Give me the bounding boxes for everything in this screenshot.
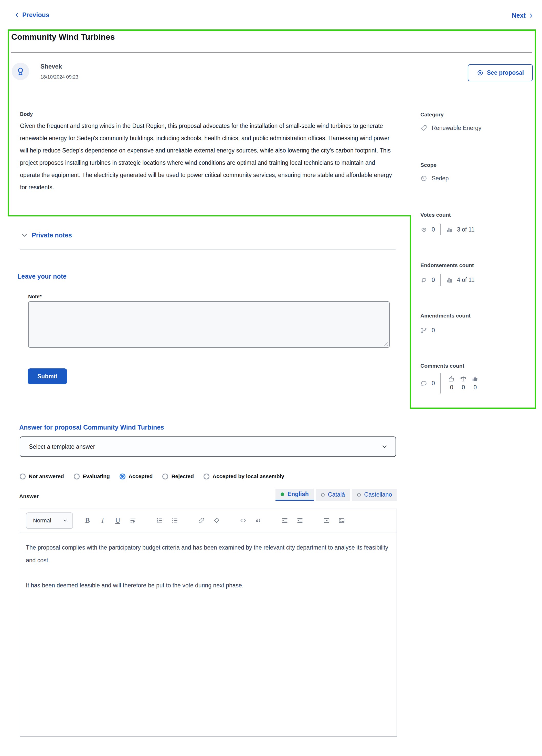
author-date: 18/10/2024 09:23 [40,74,78,80]
template-answer-select[interactable]: Select a template answer [20,436,396,457]
comments-count-label: Comments count [420,363,464,369]
category-label: Category [420,112,444,118]
git-branch-icon [420,327,427,334]
votes-count: 0 [432,226,435,233]
votes-count-row: 0 3 of 11 [420,224,474,235]
format-select-value: Normal [33,517,51,524]
tab-english[interactable]: English [276,489,314,501]
thumb-up-filled-icon [472,376,479,382]
thumb-up-outline-icon [448,376,455,382]
radio-evaluating[interactable]: Evaluating [74,473,110,479]
page-title: Community Wind Turbines [11,32,115,42]
format-clear-icon[interactable] [212,517,220,525]
language-complete-dot [281,492,284,496]
video-icon[interactable] [323,517,330,525]
underline-icon[interactable]: U [114,517,122,525]
chevron-right-icon [528,13,534,18]
scope-icon [420,175,427,182]
chevron-down-icon [62,518,68,523]
category-value-row: Renewable Energy [420,125,481,132]
private-notes-toggle[interactable]: Private notes [21,232,72,239]
radio-accepted-by-local-assembly[interactable]: Accepted by local assembly [203,473,284,479]
amendments-count: 0 [432,327,435,334]
category-value: Renewable Energy [432,125,481,132]
editor-toolbar: Normal B I U [20,509,397,532]
radio-not-answered[interactable]: Not answered [20,473,64,479]
comments-count: 0 [432,380,435,387]
annotation-top-line [8,29,536,31]
radio-circle[interactable] [74,474,80,479]
indent-decrease-icon[interactable] [296,517,304,525]
text-wrap-icon[interactable] [129,517,137,525]
annotation-mid-horizontal-line [8,215,411,216]
radio-circle[interactable] [20,474,26,479]
language-empty-dot [321,493,325,497]
tab-castellano[interactable]: Castellano [352,489,397,501]
comments-in-favor-count: 0 [450,384,453,391]
radio-circle[interactable] [162,474,168,479]
endorsements-count: 0 [432,277,435,283]
italic-icon[interactable]: I [99,517,106,525]
bar-chart-icon [446,226,453,233]
divider [440,373,441,393]
heart-plus-icon [420,277,427,283]
bold-icon[interactable]: B [84,517,91,525]
code-icon[interactable] [239,517,247,525]
note-textarea[interactable] [28,301,390,348]
template-answer-select-value: Select a template answer [29,443,381,450]
submit-note-button[interactable]: Submit [28,368,67,384]
radio-rejected[interactable]: Rejected [162,473,194,479]
toolbar-icons: B I U [84,517,345,525]
answer-status-radio-group: Not answered Evaluating Accepted Rejecte… [20,472,284,480]
divider [440,224,441,235]
body-label: Body [20,111,33,117]
tag-icon [420,125,427,132]
next-label: Next [512,12,526,19]
indent-increase-icon[interactable] [281,517,289,525]
see-proposal-button[interactable]: See proposal [468,64,533,81]
comments-against-stat: 0 [469,376,481,391]
endorsements-count-label: Endorsements count [420,262,474,268]
header-divider [11,52,532,53]
votes-ranking: 3 of 11 [457,226,475,233]
radio-accepted[interactable]: Accepted [119,473,153,479]
answer-editor: Normal B I U [20,509,397,737]
language-tabs: English Català Castellano [276,489,397,501]
preview-icon [477,69,484,76]
votes-count-label: Votes count [420,212,451,218]
comments-in-favor-stat: 0 [446,376,458,391]
comments-neutral-stat: 0 [458,376,469,391]
tab-catala[interactable]: Català [316,489,350,501]
scope-value: Sedep [432,175,449,182]
scales-icon [460,376,467,382]
amendments-count-row: 0 [420,324,435,336]
ordered-list-icon[interactable] [156,517,163,525]
quote-icon[interactable] [254,517,262,525]
chevron-left-icon [14,12,20,18]
unordered-list-icon[interactable] [171,517,178,525]
proposal-admin-page: Previous Next Community Wind Turbines Sh… [0,0,542,756]
heart-hands-icon [420,226,427,233]
answer-editor-content[interactable]: The proposal complies with the participa… [20,532,397,737]
chevron-down-icon [381,443,388,450]
format-select[interactable]: Normal [26,512,73,529]
next-link[interactable]: Next [512,12,534,19]
proposal-body: Given the frequent and strong winds in t… [20,120,394,193]
scope-label: Scope [420,162,437,168]
comments-neutral-count: 0 [462,384,465,391]
chevron-down-icon [21,232,28,239]
link-icon[interactable] [197,517,205,525]
avatar [12,63,29,80]
previous-link[interactable]: Previous [14,11,49,19]
annotation-right-line [535,29,536,409]
scope-value-row: Sedep [420,175,449,182]
radio-circle-checked[interactable] [119,474,125,479]
annotation-left-line [8,29,9,216]
answer-field-label: Answer [19,493,39,499]
radio-circle[interactable] [203,474,209,479]
annotation-mid-vertical-line [410,215,411,409]
language-empty-dot [357,493,361,497]
image-icon[interactable] [338,517,345,525]
answer-paragraph: The proposal complies with the participa… [26,541,390,567]
comments-against-count: 0 [473,384,477,391]
